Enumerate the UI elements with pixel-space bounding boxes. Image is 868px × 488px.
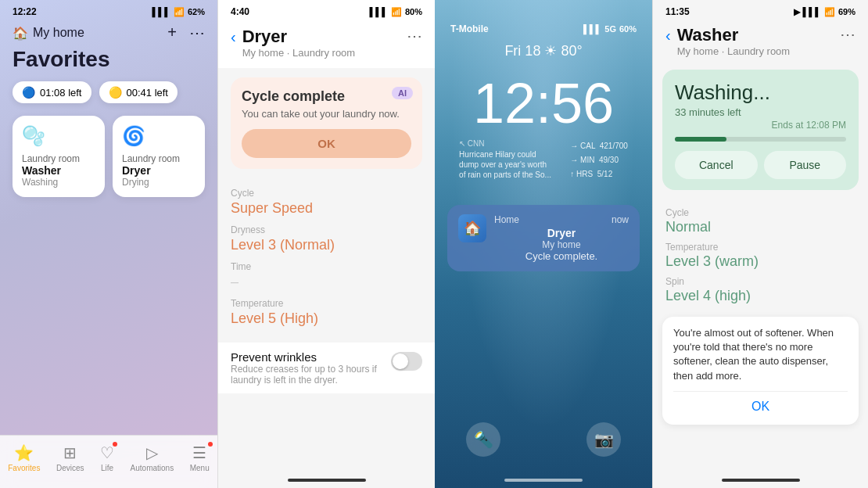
automations-icon: ▷ [146,443,158,462]
home-name: My home [33,26,84,40]
nav-dot-menu [208,442,213,447]
back-button-4[interactable]: ‹ [665,27,671,45]
notif-app-name: Home [494,214,519,225]
screen-dryer: 4:40 ▌▌▌ 📶 80% ‹ Dryer My home · Laundry… [217,0,435,488]
cycle-complete-subtitle: You can take out your laundry now. [242,108,411,120]
cycle-label-4: Cycle [665,207,855,218]
screen4-details: Cycle Normal Temperature Level 3 (warm) … [653,195,868,310]
cycle-label: Cycle [231,188,422,199]
camera-button[interactable]: 📷 [586,422,621,457]
time-value: – [231,274,422,290]
pause-button[interactable]: Pause [764,151,847,179]
time-1: 12:22 [13,6,37,17]
status-icons-2: ▌▌▌ 📶 80% [370,7,422,17]
status-bar-4: 11:35 ▶ ▌▌▌ 📶 69% [653,0,868,20]
wifi-icon-2: 📶 [391,7,402,17]
washer-name: Washer [22,164,95,177]
washing-card: Washing... 33 minutes left Ends at 12:08… [662,70,859,190]
dryer-icon: 🌀 [122,125,195,147]
timer-icon-1: 🔵 [22,86,35,99]
screen-lockscreen: T-Mobile ▌▌▌ 5G 60% Fri 18 ☀ 80° 12:56 ↖… [435,0,652,488]
time-4: 11:35 [665,6,690,17]
menu-icon: ☰ [192,443,206,462]
progress-bar-fill [675,137,726,142]
status-bar-1: 12:22 ▌▌▌ 📶 62% [0,0,217,20]
nav-devices-label: Devices [56,464,84,472]
life-icon: ♡ [100,443,114,462]
notif-header: Home now [494,214,629,225]
prevent-wrinkles-desc: Reduce creases for up to 3 hours if laun… [231,364,387,386]
more-button[interactable]: ⋯ [189,23,205,42]
home-indicator-4 [722,479,800,482]
washer-icon: 🫧 [22,125,95,147]
nav-favorites[interactable]: ⭐ Favorites [8,443,40,472]
spin-value-4: Level 4 (high) [665,288,855,304]
washing-ends: Ends at 12:08 PM [675,120,846,131]
lock-battery: 60% [619,24,637,34]
washing-time-left: 33 minutes left [675,106,846,118]
device-card-washer[interactable]: 🫧 Laundry room Washer Washing [13,116,105,197]
screen4-back-title: ‹ Washer My home · Laundry room [665,25,790,57]
screen4-title: Washer [677,25,791,45]
back-title: ‹ Dryer My home · Laundry room [231,27,355,59]
battery-2: 80% [405,7,422,16]
device-cards: 🫧 Laundry room Washer Washing 🌀 Laundry … [0,116,217,197]
spin-label-4: Spin [665,276,855,287]
ai-badge: AI [392,87,413,99]
screen2-subtitle: My home · Laundry room [242,47,356,59]
more-button-4[interactable]: ⋯ [840,25,855,44]
lock-network: 5G [604,24,616,34]
time-label: Time [231,261,422,272]
prevent-wrinkles-toggle[interactable] [391,352,422,371]
lock-notification[interactable]: 🏠 Home now Dryer My home Cycle complete. [447,205,640,271]
status-bar-2: 4:40 ▌▌▌ 📶 80% [218,0,435,20]
wifi-icon-4: 📶 [824,7,835,17]
location-icon-4: ▶ [794,7,800,17]
cycle-complete-card: Cycle complete You can take out your lau… [231,77,422,169]
home-icon: 🏠 [13,26,28,41]
washer-status: Washing [22,177,95,188]
lock-bottom-tools: 🔦 📷 [435,422,652,457]
nav-devices[interactable]: ⊞ Devices [56,443,84,472]
home-title-row: 🏠 My home [13,26,84,41]
lock-carrier: T-Mobile [450,23,489,34]
lock-widgets: ↖ CNN Hurricane Hilary could dump over a… [435,139,652,197]
cycle-value: Super Speed [231,200,422,217]
cnn-text: Hurricane Hilary could dump over a year'… [459,149,553,180]
lock-widget-stats: → CAL 421/700 → MIN 49/30 ↑ HRS 5/12 [570,139,628,181]
signal-icon-1: ▌▌▌ [152,7,170,16]
cycle-ok-button[interactable]: OK [242,129,411,158]
screen4-title-block: Washer My home · Laundry room [677,25,791,57]
lock-time: 12:56 [435,75,652,131]
nav-automations[interactable]: ▷ Automations [131,443,174,472]
timers-row: 🔵 01:08 left 🟡 00:41 left [0,81,217,116]
nav-life[interactable]: ♡ Life [100,443,114,472]
timer-badge-1[interactable]: 🔵 01:08 left [13,81,91,103]
device-card-dryer[interactable]: 🌀 Laundry room Dryer Drying [113,116,205,197]
cancel-button[interactable]: Cancel [675,151,758,179]
temperature-value: Level 5 (High) [231,310,422,327]
wifi-icon-1: 📶 [174,7,185,17]
lock-status-bar: T-Mobile ▌▌▌ 5G 60% [435,23,652,42]
softener-ok-button[interactable]: OK [673,391,848,415]
dryness-value: Level 3 (Normal) [231,237,422,253]
bottom-nav: ⭐ Favorites ⊞ Devices ♡ Life ▷ Automatio… [0,435,217,488]
signal-icon-2: ▌▌▌ [370,7,388,16]
favorites-title: Favorites [0,44,217,81]
timer-badge-2[interactable]: 🟡 00:41 left [99,81,178,103]
flashlight-button[interactable]: 🔦 [466,422,500,457]
cycle-value-4: Normal [665,219,855,235]
prevent-wrinkles-title: Prevent wrinkles [231,350,387,364]
nav-menu-label: Menu [190,464,210,472]
back-button-2[interactable]: ‹ [231,28,236,46]
more-button-2[interactable]: ⋯ [407,27,422,45]
add-button[interactable]: + [167,23,177,42]
nav-menu[interactable]: ☰ Menu [190,443,210,472]
washing-title: Washing... [675,81,846,105]
washer-room: Laundry room [22,153,95,164]
battery-icon-1: 62% [188,7,205,16]
nav-favorites-label: Favorites [8,464,40,472]
timer-label-1: 01:08 left [40,87,82,99]
lock-signal: ▌▌▌ [583,24,601,34]
washing-buttons: Cancel Pause [675,151,846,179]
